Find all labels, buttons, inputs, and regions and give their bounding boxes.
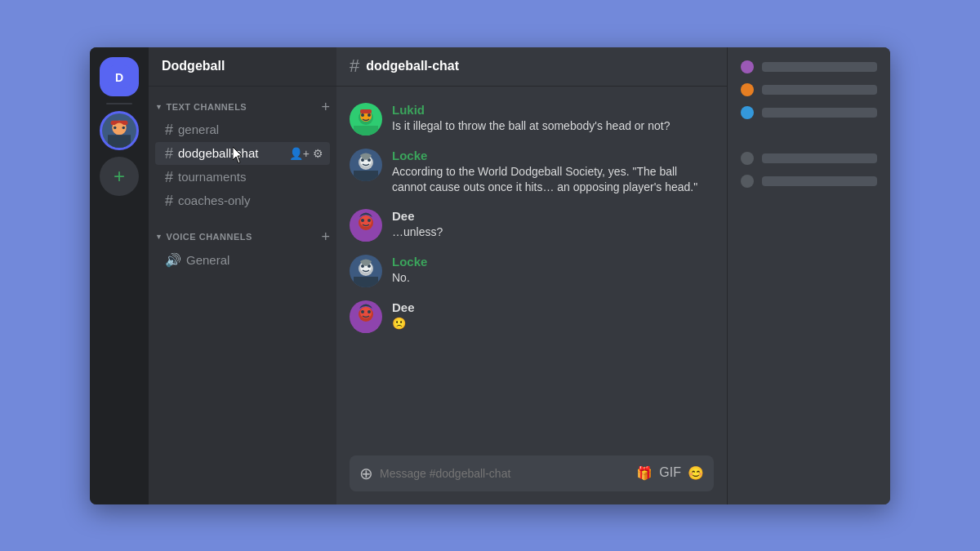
text-channels-section: ▼ TEXT CHANNELS + # general # dodgeball-…	[149, 87, 336, 216]
avatar-locke-2	[350, 255, 382, 287]
channel-hash-icon: #	[165, 170, 173, 184]
message-4-header: Locke	[392, 255, 714, 269]
right-item-4	[741, 152, 877, 165]
right-dot-2	[741, 83, 754, 96]
channel-item-coaches-only[interactable]: # coaches-only	[155, 189, 330, 212]
chat-header-channel-name: dodgeball-chat	[366, 59, 459, 73]
svg-point-38	[361, 310, 364, 313]
message-2-content: Locke According to the World Dodgeball S…	[392, 149, 714, 196]
add-voice-channel-button[interactable]: +	[321, 229, 330, 244]
message-5-content: Dee 🙁	[392, 300, 714, 332]
svg-text:D: D	[115, 71, 123, 84]
chat-input-area: ⊕ 🎁 GIF 😊	[336, 455, 727, 504]
svg-rect-28	[354, 231, 378, 242]
right-dot-4	[741, 152, 754, 165]
right-bar-4	[762, 153, 877, 163]
voice-channel-name-general: General	[186, 253, 323, 267]
svg-rect-15	[354, 126, 378, 136]
chat-header: # dodgeball-chat	[336, 47, 727, 87]
chat-area: # dodgeball-chat	[336, 47, 727, 504]
text-channels-label: ▼ TEXT CHANNELS	[155, 102, 247, 112]
message-5: Dee 🙁	[336, 297, 727, 336]
app-window: D + Dodgeball ▼	[90, 47, 890, 504]
server-user-avatar[interactable]	[100, 111, 139, 150]
emoji-icon[interactable]: 😊	[688, 465, 704, 481]
svg-point-27	[368, 219, 371, 222]
channel-hash-icon: #	[165, 146, 173, 161]
chat-messages: Lukid Is it illegal to throw the ball at…	[336, 87, 727, 455]
right-dot-1	[741, 60, 754, 73]
add-text-channel-button[interactable]: +	[321, 100, 330, 114]
message-3-username: Dee	[392, 209, 415, 223]
server-icon-dodgeball[interactable]: D	[100, 57, 139, 96]
message-4-text: No.	[392, 270, 714, 287]
message-input[interactable]	[380, 467, 630, 480]
message-1: Lukid Is it illegal to throw the ball at…	[336, 100, 727, 139]
chat-input-box: ⊕ 🎁 GIF 😊	[350, 455, 714, 491]
right-item-1	[741, 60, 877, 73]
svg-point-13	[361, 113, 364, 117]
add-attachment-icon[interactable]: ⊕	[359, 464, 373, 483]
avatar-dee-1	[350, 209, 382, 242]
svg-point-8	[122, 126, 126, 129]
message-5-username: Dee	[392, 300, 415, 314]
voice-channels-category[interactable]: ▼ VOICE CHANNELS +	[149, 229, 336, 247]
gif-icon[interactable]: GIF	[659, 465, 681, 481]
right-dot-3	[741, 106, 754, 119]
message-4-content: Locke No.	[392, 255, 714, 287]
category-arrow-voice: ▼	[155, 233, 163, 241]
message-2-header: Locke	[392, 149, 714, 162]
voice-icon: 🔊	[165, 252, 181, 268]
input-action-icons: 🎁 GIF 😊	[636, 465, 704, 481]
avatar-dee-2	[350, 300, 382, 333]
channel-item-tournaments[interactable]: # tournaments	[155, 166, 330, 189]
svg-point-26	[361, 219, 364, 222]
channel-item-general[interactable]: # general	[155, 118, 330, 141]
avatar-lukid	[350, 103, 382, 136]
message-1-text: Is it illegal to throw the ball at someb…	[392, 118, 714, 135]
svg-point-7	[114, 126, 117, 129]
add-server-button[interactable]: +	[100, 157, 139, 196]
right-item-3	[741, 106, 877, 119]
voice-channels-label: ▼ VOICE CHANNELS	[155, 232, 252, 242]
svg-rect-16	[360, 109, 372, 113]
message-2-text: According to the World Dodgeball Society…	[392, 164, 714, 196]
gift-icon[interactable]: 🎁	[636, 465, 653, 481]
message-1-content: Lukid Is it illegal to throw the ball at…	[392, 103, 714, 135]
right-bar-1	[762, 62, 877, 72]
settings-icon[interactable]: ⚙	[313, 147, 323, 160]
message-4-username: Locke	[392, 255, 427, 269]
message-3-text: …unless?	[392, 224, 714, 241]
right-dot-5	[741, 175, 754, 188]
channel-hash-icon: #	[165, 122, 173, 137]
message-1-header: Lukid	[392, 103, 714, 117]
channel-name-coaches-only: coaches-only	[178, 193, 323, 207]
svg-point-39	[368, 310, 371, 313]
message-3-header: Dee	[392, 209, 714, 223]
channel-name-dodgeball-chat: dodgeball-chat	[178, 146, 284, 160]
svg-rect-34	[354, 277, 378, 287]
svg-rect-6	[108, 135, 131, 148]
channel-name-general: general	[178, 122, 323, 136]
invite-icon[interactable]: 👤+	[289, 147, 310, 160]
server-name[interactable]: Dodgeball	[149, 47, 336, 87]
message-5-header: Dee	[392, 300, 714, 314]
svg-rect-40	[354, 322, 378, 333]
right-item-2	[741, 83, 877, 96]
right-bar-2	[762, 85, 877, 95]
avatar-locke-1	[350, 149, 382, 181]
channel-item-dodgeball-chat[interactable]: # dodgeball-chat 👤+ ⚙	[155, 142, 330, 165]
channel-hash-icon: #	[165, 193, 173, 208]
right-panel	[727, 47, 890, 504]
message-1-username: Lukid	[392, 103, 425, 117]
message-2: Locke According to the World Dodgeball S…	[336, 145, 727, 199]
message-2-username: Locke	[392, 149, 427, 162]
message-3: Dee …unless?	[336, 206, 727, 245]
voice-channel-general[interactable]: 🔊 General	[155, 248, 330, 272]
text-channels-category[interactable]: ▼ TEXT CHANNELS +	[149, 100, 336, 118]
right-bar-3	[762, 108, 877, 118]
message-4: Locke No.	[336, 251, 727, 291]
chat-header-hash-icon: #	[350, 56, 359, 77]
channel-action-icons: 👤+ ⚙	[289, 147, 323, 160]
voice-channels-section: ▼ VOICE CHANNELS + 🔊 General	[149, 216, 336, 276]
